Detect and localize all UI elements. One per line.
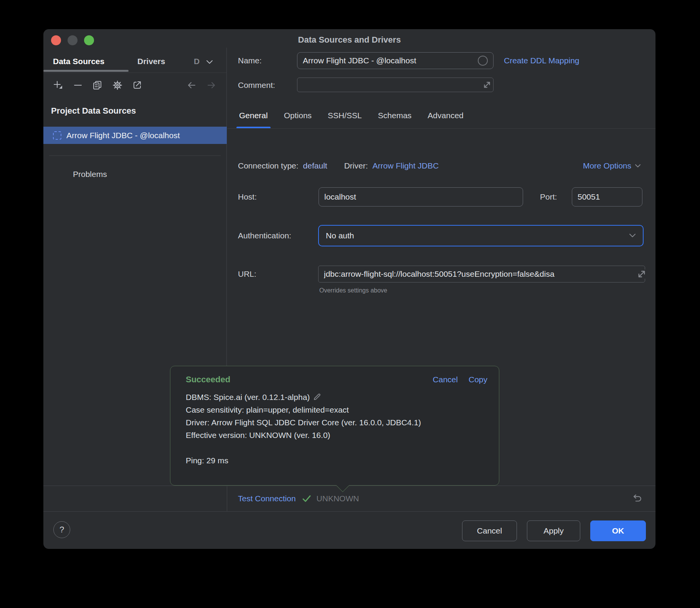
port-label: Port: — [540, 192, 557, 202]
sidebar-toolbar — [43, 73, 226, 100]
problems-section[interactable]: Problems — [73, 170, 107, 179]
dbms-line: DBMS: Spice.ai (ver. 0.12.1-alpha) — [186, 391, 487, 403]
name-progress-ring-icon — [477, 55, 488, 66]
driver-line: Driver: Arrow Flight SQL JDBC Driver Cor… — [186, 416, 487, 429]
selected-tab-indicator — [43, 70, 129, 72]
success-check-icon — [302, 494, 311, 503]
url-input[interactable] — [318, 266, 645, 283]
popup-copy-link[interactable]: Copy — [469, 375, 487, 384]
duplicate-icon[interactable] — [92, 80, 102, 90]
undo-icon[interactable] — [632, 494, 642, 504]
popup-details: DBMS: Spice.ai (ver. 0.12.1-alpha) Case … — [186, 391, 487, 467]
name-input[interactable] — [297, 52, 494, 69]
tab-ddl-truncated[interactable]: D — [194, 57, 201, 66]
project-data-sources-header: Project Data Sources — [51, 106, 136, 116]
arrow-flight-driver-icon — [53, 131, 61, 140]
open-in-new-window-icon[interactable] — [132, 80, 142, 90]
forward-arrow-icon[interactable] — [206, 80, 216, 90]
connection-type-label: Connection type: — [238, 161, 299, 170]
remove-data-source-icon[interactable] — [73, 80, 83, 90]
sidebar-divider — [49, 155, 221, 156]
tab-advanced[interactable]: Advanced — [426, 109, 464, 129]
authentication-value: No auth — [326, 231, 354, 240]
edit-pencil-icon[interactable] — [313, 392, 322, 401]
add-data-source-icon[interactable] — [53, 80, 63, 90]
comment-input[interactable] — [297, 78, 494, 92]
chevron-down-icon — [629, 233, 636, 238]
dialog-footer: ? Cancel Apply OK — [43, 512, 655, 549]
form-tabs: General Options SSH/SSL Schemas Advanced — [238, 109, 465, 129]
driver-label: Driver: — [344, 161, 368, 170]
data-sources-dialog: Data Sources and Drivers Data Sources Dr… — [43, 29, 655, 549]
tabs-divider — [227, 128, 655, 129]
tab-ssh-ssl[interactable]: SSH/SSL — [327, 109, 363, 129]
tab-options[interactable]: Options — [283, 109, 313, 129]
host-label: Host: — [238, 192, 257, 202]
apply-button[interactable]: Apply — [527, 520, 580, 541]
case-sensitivity-line: Case sensitivity: plain=upper, delimited… — [186, 403, 487, 416]
host-input[interactable] — [319, 187, 523, 207]
authentication-label: Authentication: — [238, 231, 291, 240]
effective-version-line: Effective version: UNKNOWN (ver. 16.0) — [186, 429, 487, 441]
gear-icon[interactable] — [112, 80, 122, 90]
datasource-tree-item-selected[interactable]: Arrow Flight JDBC - @localhost — [43, 127, 227, 144]
sidebar-tabs: Data Sources Drivers D — [43, 48, 226, 73]
tab-data-sources[interactable]: Data Sources — [53, 57, 104, 66]
expand-comment-icon[interactable] — [483, 81, 491, 89]
ok-button[interactable]: OK — [590, 520, 646, 541]
more-options-link[interactable]: More Options — [583, 161, 641, 170]
popup-header: Succeeded Cancel Copy — [186, 375, 487, 385]
port-input[interactable] — [572, 187, 642, 207]
driver-value-link[interactable]: Arrow Flight JDBC — [373, 161, 439, 170]
datasource-name: Arrow Flight JDBC - @localhost — [66, 131, 180, 140]
titlebar: Data Sources and Drivers — [43, 29, 655, 48]
tab-general[interactable]: General — [238, 109, 269, 129]
test-connection-result-popup: Succeeded Cancel Copy DBMS: Spice.ai (ve… — [170, 366, 499, 486]
more-options-label: More Options — [583, 161, 631, 170]
comment-label: Comment: — [238, 81, 275, 90]
status-succeeded: Succeeded — [186, 375, 230, 385]
panel-divider — [227, 486, 227, 511]
back-arrow-icon[interactable] — [187, 80, 196, 90]
authentication-select[interactable]: No auth — [318, 225, 644, 246]
popup-cancel-link[interactable]: Cancel — [433, 375, 458, 384]
url-note: Overrides settings above — [319, 287, 387, 294]
connection-status-text: UNKNOWN — [317, 494, 359, 503]
ping-line: Ping: 29 ms — [186, 454, 487, 467]
create-ddl-mapping-link[interactable]: Create DDL Mapping — [504, 56, 579, 65]
test-connection-bar: Test Connection UNKNOWN — [43, 486, 655, 512]
tab-schemas[interactable]: Schemas — [377, 109, 413, 129]
cancel-button[interactable]: Cancel — [462, 520, 517, 541]
expand-url-icon[interactable] — [637, 269, 646, 279]
name-label: Name: — [238, 56, 262, 65]
test-connection-link[interactable]: Test Connection — [238, 494, 296, 503]
tab-drivers[interactable]: Drivers — [137, 57, 165, 66]
connection-type-row: Connection type: default Driver: Arrow F… — [238, 159, 641, 173]
chevron-down-icon[interactable] — [206, 60, 213, 64]
url-label: URL: — [238, 269, 256, 279]
help-button[interactable]: ? — [53, 521, 70, 538]
connection-type-value-link[interactable]: default — [303, 161, 327, 170]
